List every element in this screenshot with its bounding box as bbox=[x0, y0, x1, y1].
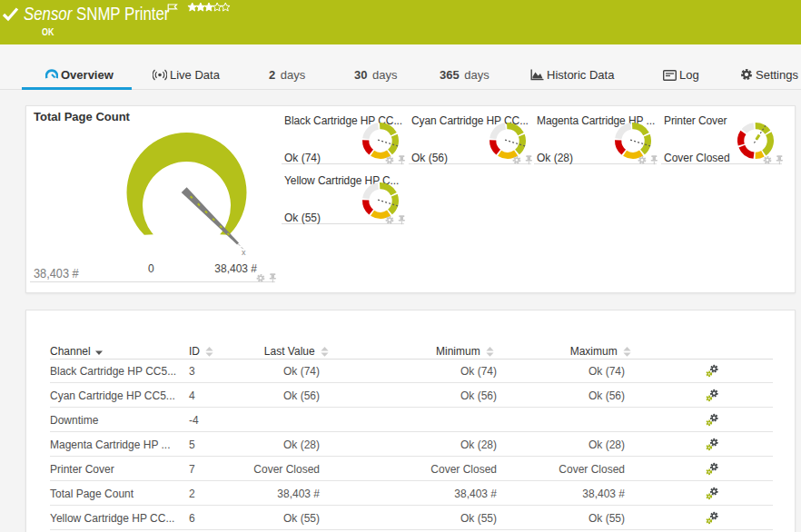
svg-text:x: x bbox=[242, 248, 246, 257]
